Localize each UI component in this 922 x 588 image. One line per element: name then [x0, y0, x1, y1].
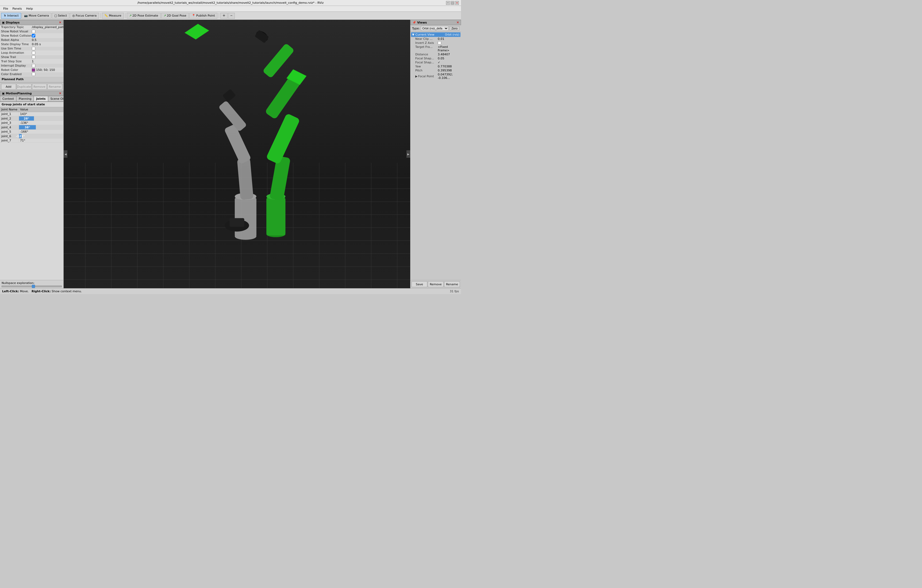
current-view-item[interactable]: ▼ Current View Orbit (rviz) — [411, 33, 461, 37]
joints-table-body: joint_1143°joint_228°joint_3-136°joint_4… — [0, 112, 64, 143]
show-trail-checkbox[interactable] — [32, 56, 35, 59]
tab-planning[interactable]: Planning — [16, 96, 34, 101]
views-type-row: Type: Orbit (rviz_defa Zero — [410, 25, 461, 32]
svg-rect-33 — [266, 197, 285, 235]
joint-slider-bar[interactable]: -121° — [19, 134, 22, 138]
interact-icon: 🖱 — [3, 14, 7, 17]
goal-pose-button[interactable]: ↗ 2D Goal Pose — [161, 13, 189, 19]
menu-panels[interactable]: Panels — [10, 7, 24, 11]
views-close-button[interactable]: ✕ — [456, 21, 459, 24]
views-remove-button[interactable]: Remove — [428, 281, 444, 287]
right-click-action: Show context menu. — [52, 289, 82, 293]
viewport[interactable]: ◀ ▶ — [64, 20, 410, 288]
select-icon: ▢ — [54, 14, 57, 17]
toolbar: 🖱 Interact 📷 Move Camera ▢ Select ◎ Focu… — [0, 12, 461, 20]
menu-help[interactable]: Help — [24, 7, 35, 11]
views-prop-focal-shape-2: Focal Shap... ✓ — [411, 60, 461, 64]
nullspace-slider[interactable] — [2, 286, 62, 287]
joints-table: Joint Name Value joint_1143°joint_228°jo… — [0, 107, 64, 143]
views-buttons-row: Save Remove Rename — [410, 280, 461, 288]
svg-rect-31 — [222, 89, 236, 102]
joint-value-cell[interactable]: -121° — [19, 134, 64, 139]
nullspace-label: Nullspace exploration: — [2, 281, 62, 285]
joint-slider-bar[interactable]: 28° — [19, 116, 34, 121]
loop-animation-checkbox[interactable] — [32, 51, 35, 54]
add-button[interactable]: Add — [1, 84, 16, 90]
joint-name-cell: joint_1 — [0, 112, 19, 116]
viewport-inner: ◀ ▶ — [64, 20, 410, 288]
prop-robot-alpha: Robot Alpha 0.5 — [0, 38, 64, 42]
prop-robot-color: Robot Color 150; 50; 150 — [0, 68, 64, 72]
views-zero-button[interactable]: Zero — [450, 26, 459, 31]
goal-pose-icon: ↗ — [163, 14, 166, 17]
views-type-select[interactable]: Orbit (rviz_defa — [421, 26, 448, 31]
robot-color-swatch[interactable] — [32, 69, 35, 72]
move-camera-button[interactable]: 📷 Move Camera — [22, 13, 51, 19]
tab-context[interactable]: Context — [0, 96, 16, 101]
interact-button[interactable]: 🖱 Interact — [1, 13, 21, 19]
show-robot-collision-checkbox[interactable] — [32, 34, 35, 38]
joint-value-cell: 71° — [19, 139, 64, 143]
nullspace-thumb[interactable] — [32, 285, 35, 288]
tab-joints[interactable]: Joints — [34, 96, 48, 102]
focus-icon: ◎ — [72, 14, 75, 17]
use-sim-time-checkbox[interactable] — [32, 47, 35, 50]
remove-button[interactable]: Remove — [32, 84, 47, 90]
publish-point-button[interactable]: 📍 Publish Point — [189, 13, 217, 19]
pose-estimate-button[interactable]: ↗ 2D Pose Estimate — [127, 13, 161, 19]
rename-button[interactable]: Rename — [47, 84, 62, 90]
table-row: joint_438° — [0, 125, 64, 130]
displays-close-button[interactable]: ✕ — [59, 21, 62, 24]
maximize-button[interactable]: □ — [451, 1, 454, 5]
select-button[interactable]: ▢ Select — [52, 13, 69, 19]
invert-z-checkbox[interactable] — [438, 41, 441, 45]
tab-scene-objects[interactable]: Scene Objects — [48, 96, 64, 101]
status-hint: Left-Click: Move. Right-Click: Show cont… — [2, 289, 82, 293]
joint-value-cell[interactable]: 28° — [19, 116, 64, 121]
joint-name-cell: joint_3 — [0, 121, 19, 125]
nullspace-section: Nullspace exploration: — [0, 280, 64, 288]
minimize-button[interactable]: ─ — [446, 1, 450, 5]
move-camera-icon: 📷 — [24, 14, 28, 17]
motion-planning-header: ▣ MotionPlanning ✕ — [0, 91, 64, 96]
left-click-label: Left-Click: — [2, 289, 19, 293]
extra-tool-2[interactable]: ─ — [228, 13, 235, 19]
views-rename-button[interactable]: Rename — [444, 281, 460, 287]
views-prop-yaw: Yaw 0.770388 — [411, 64, 461, 69]
joint-name-cell: joint_7 — [0, 139, 19, 143]
measure-icon: 📏 — [104, 14, 108, 17]
focus-camera-button[interactable]: ◎ Focus Camera — [70, 13, 99, 19]
viewport-right-collapse[interactable]: ▶ — [407, 150, 410, 158]
show-robot-visual-checkbox[interactable] — [32, 30, 35, 33]
views-prop-near-clip: Near Clip ... 0.01 — [411, 37, 461, 41]
close-button[interactable]: ✕ — [455, 1, 459, 5]
table-row: joint_1143° — [0, 112, 64, 116]
current-view-label: Current View — [415, 33, 434, 36]
robot-start-state — [218, 88, 257, 240]
interrupt-display-checkbox[interactable] — [32, 64, 35, 67]
left-click-action: Move. — [20, 289, 29, 293]
prop-show-trail: Show Trail — [0, 55, 64, 59]
menu-file[interactable]: File — [1, 7, 10, 11]
views-save-button[interactable]: Save — [412, 281, 427, 287]
measure-button[interactable]: 📏 Measure — [102, 13, 124, 19]
window-title: /home/parallels/moveit2_tutorials_ws/ins… — [137, 1, 324, 5]
statusbar: Left-Click: Move. Right-Click: Show cont… — [0, 288, 461, 294]
extra-tool-1[interactable]: ✛ — [220, 13, 227, 19]
color-enabled-checkbox[interactable] — [32, 72, 35, 76]
col-joint-name: Joint Name — [0, 107, 19, 112]
duplicate-button[interactable]: Duplicate — [16, 84, 31, 90]
views-prop-target-frame: Target Fra... <Fixed Frame> — [411, 45, 461, 52]
motion-planning-close-button[interactable]: ✕ — [59, 91, 62, 95]
joint-slider-bar[interactable]: 38° — [19, 125, 36, 129]
prop-trail-step-size: Trail Step Size 1 — [0, 59, 64, 64]
current-view-expand-icon: ▼ — [412, 33, 414, 36]
motion-planning-panel: ▣ MotionPlanning ✕ Context Planning Join… — [0, 91, 64, 288]
table-row: joint_228° — [0, 116, 64, 121]
viewport-left-collapse[interactable]: ◀ — [64, 150, 67, 158]
menubar: File Panels Help — [0, 6, 461, 12]
views-prop-pitch: Pitch 0.395398 — [411, 69, 461, 72]
table-row: joint_6-121° — [0, 134, 64, 139]
joint-value-cell[interactable]: 38° — [19, 125, 64, 130]
views-prop-focal-point: ▶Focal Point 0.047392; -0.106... — [411, 72, 461, 80]
